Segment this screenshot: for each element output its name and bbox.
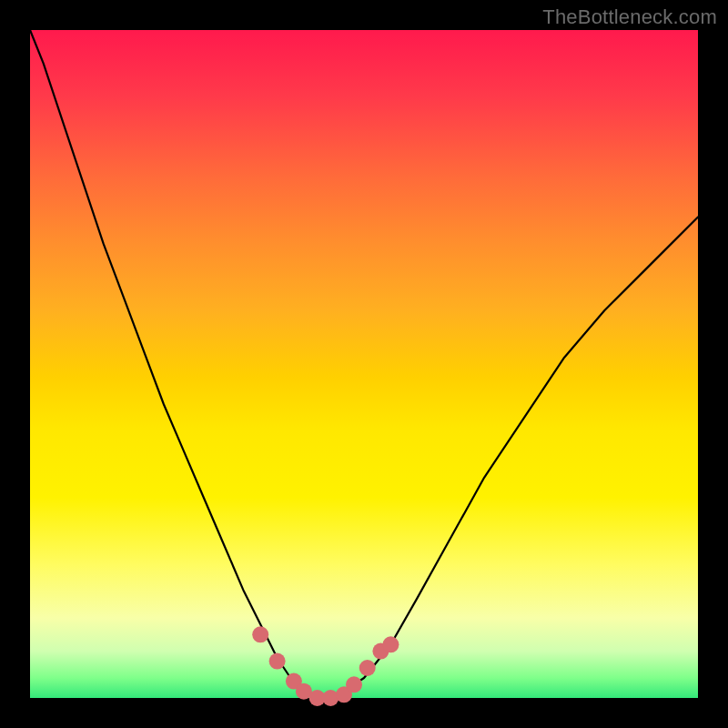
plot-area (30, 30, 698, 698)
bottleneck-curve (30, 30, 698, 698)
highlight-marker (346, 676, 362, 693)
highlight-marker (359, 660, 376, 676)
highlight-marker (252, 626, 268, 642)
chart-svg (30, 30, 698, 698)
chart-frame: TheBottleneck.com (0, 0, 728, 728)
highlight-markers-group (252, 626, 399, 706)
watermark-text: TheBottleneck.com (542, 5, 717, 29)
highlight-marker (382, 636, 399, 652)
highlight-marker (269, 653, 286, 670)
